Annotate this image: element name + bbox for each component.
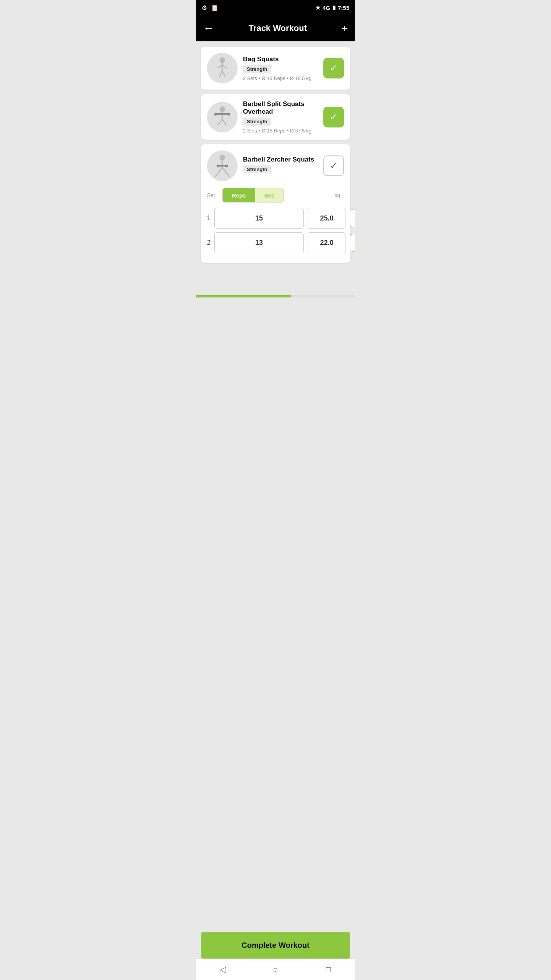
kg-column-header: kg	[334, 192, 344, 198]
progress-bar-container	[196, 295, 355, 297]
nav-back-button[interactable]: ◁	[211, 962, 234, 977]
bottom-nav: ◁ ○ □	[196, 959, 355, 980]
exercises-list: Bag Squats Strength 2 Sets • Ø 13 Reps •…	[196, 41, 355, 294]
exercise-header: Barbell Zercher Squats Strength ✓	[207, 150, 344, 181]
top-nav: ← Track Workout +	[196, 15, 355, 41]
exercise-info-barbell-split: Barbell Split Squats Overhead Strength 2…	[243, 100, 318, 134]
svg-line-20	[215, 174, 217, 177]
exercise-tag: Strength	[243, 65, 271, 73]
bluetooth-icon: ★	[315, 4, 320, 11]
svg-rect-17	[225, 165, 228, 167]
svg-line-21	[227, 174, 229, 177]
add-button[interactable]: +	[342, 23, 348, 34]
exercise-info-zercher: Barbell Zercher Squats Strength	[243, 156, 318, 176]
svg-line-12	[222, 119, 226, 125]
complete-toggle-bag-squats[interactable]: ✓	[323, 58, 344, 78]
exercise-name: Bag Squats	[243, 56, 318, 63]
svg-line-19	[222, 167, 227, 174]
svg-point-0	[220, 57, 225, 63]
set-number-2: 2	[207, 239, 210, 246]
svg-line-5	[222, 71, 225, 77]
avatar-barbell-split-squats	[207, 102, 238, 132]
complete-toggle-zercher[interactable]: ✓	[323, 155, 344, 176]
weight-input-1[interactable]	[308, 208, 346, 229]
add-set-button[interactable]: +	[350, 234, 355, 252]
set-column-header: Set	[207, 192, 218, 198]
back-button[interactable]: ←	[203, 23, 214, 34]
exercise-figure-icon	[210, 105, 234, 129]
exercise-card-barbell-zercher: Barbell Zercher Squats Strength ✓ Set Re…	[201, 144, 350, 263]
weight-input-2[interactable]	[308, 232, 346, 253]
page-title: Track Workout	[249, 23, 307, 33]
status-left-icons: ⚙ 📋	[202, 4, 218, 11]
reps-sec-toggle: Reps Sec	[222, 188, 284, 203]
clipboard-icon: 📋	[211, 4, 218, 11]
exercise-stats: 2 Sets • Ø 13 Reps • Ø 18.5 kg	[243, 75, 318, 81]
time-label: 7:55	[338, 5, 349, 11]
svg-rect-9	[214, 113, 217, 115]
status-bar: ⚙ 📋 ★ 4G ▮ 7:55	[196, 0, 355, 15]
exercise-figure-icon	[210, 56, 234, 80]
signal-label: 4G	[323, 5, 330, 11]
exercise-info-bag-squats: Bag Squats Strength 2 Sets • Ø 13 Reps •…	[243, 56, 318, 81]
status-right-info: ★ 4G ▮ 7:55	[315, 4, 349, 11]
avatar-barbell-zercher	[207, 150, 238, 181]
exercise-header: Barbell Split Squats Overhead Strength 2…	[207, 100, 344, 134]
avatar-bag-squats	[207, 53, 238, 83]
svg-point-13	[220, 155, 225, 160]
set-row: 1 ×	[207, 208, 344, 229]
svg-rect-10	[228, 113, 230, 115]
settings-icon: ⚙	[202, 4, 207, 11]
svg-line-18	[218, 167, 222, 174]
complete-workout-button[interactable]: Complete Workout	[201, 932, 350, 959]
sec-toggle-button[interactable]: Sec	[255, 188, 284, 202]
reps-input-1[interactable]	[214, 208, 304, 229]
svg-line-11	[218, 119, 222, 125]
set-row: 2 +	[207, 232, 344, 253]
nav-home-button[interactable]: ○	[264, 962, 287, 977]
exercise-figure-icon	[210, 154, 234, 178]
exercise-card-barbell-split-squats: Barbell Split Squats Overhead Strength 2…	[201, 94, 350, 140]
svg-line-4	[219, 71, 222, 77]
nav-recents-button[interactable]: □	[317, 962, 340, 977]
reps-input-2[interactable]	[214, 232, 304, 253]
exercise-stats: 2 Sets • Ø 15 Reps • Ø 37.5 kg	[243, 128, 318, 134]
exercise-name: Barbell Zercher Squats	[243, 156, 318, 163]
complete-toggle-barbell-split[interactable]: ✓	[323, 107, 344, 127]
exercise-name: Barbell Split Squats Overhead	[243, 100, 318, 116]
exercise-card-bag-squats: Bag Squats Strength 2 Sets • Ø 13 Reps •…	[201, 47, 350, 90]
exercise-tag: Strength	[243, 118, 271, 126]
sets-header: Set Reps Sec kg	[207, 188, 344, 203]
svg-point-6	[220, 106, 225, 112]
exercise-tag: Strength	[243, 165, 271, 173]
svg-rect-16	[217, 165, 219, 167]
sets-table: Set Reps Sec kg 1 × 2 +	[207, 188, 344, 253]
battery-icon: ▮	[333, 4, 336, 11]
remove-set-button-1[interactable]: ×	[350, 209, 355, 227]
set-number-1: 1	[207, 215, 210, 222]
progress-bar-fill	[196, 295, 291, 297]
exercise-header: Bag Squats Strength 2 Sets • Ø 13 Reps •…	[207, 53, 344, 83]
reps-toggle-button[interactable]: Reps	[223, 188, 255, 202]
